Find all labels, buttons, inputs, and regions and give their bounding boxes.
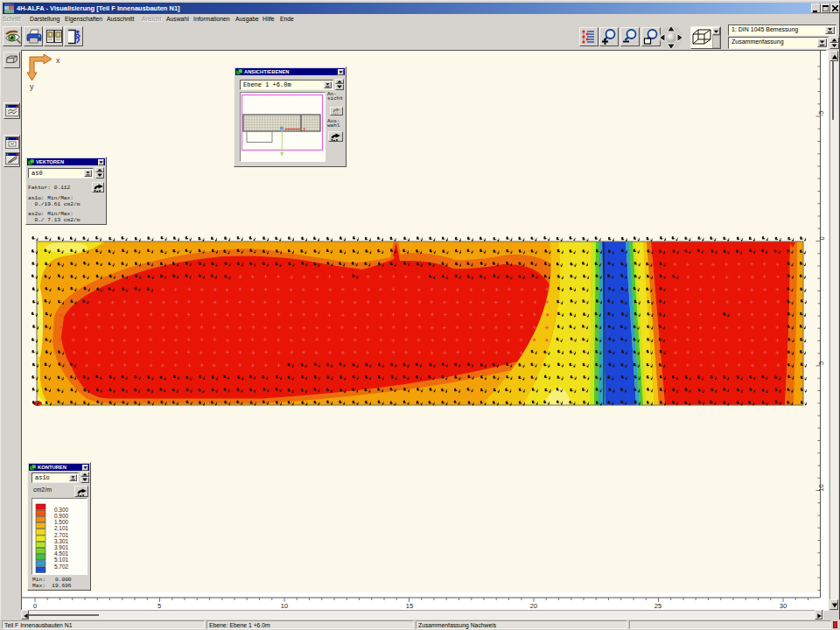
svg-text:0.900: 0.900 <box>54 513 68 519</box>
svg-text:-5: -5 <box>817 111 825 117</box>
svg-text:5: 5 <box>158 602 161 610</box>
svg-text:10: 10 <box>817 484 825 491</box>
svg-text:2.101: 2.101 <box>54 525 68 531</box>
svg-text:0.300: 0.300 <box>54 507 68 513</box>
svg-text:2.701: 2.701 <box>54 532 68 538</box>
svg-text:x: x <box>303 126 306 132</box>
svg-text:5.702: 5.702 <box>54 564 68 570</box>
svg-text:0: 0 <box>33 602 37 610</box>
svg-text:15: 15 <box>406 602 413 610</box>
svg-text:20: 20 <box>530 602 537 610</box>
svg-text:4.501: 4.501 <box>54 550 68 556</box>
svg-text:5.101: 5.101 <box>54 556 68 563</box>
svg-text:1.500: 1.500 <box>54 519 68 525</box>
svg-text:25: 25 <box>654 602 662 610</box>
svg-text:5: 5 <box>817 361 825 365</box>
svg-text:10: 10 <box>281 602 288 610</box>
svg-text:0: 0 <box>818 236 826 240</box>
svg-text:3.301: 3.301 <box>54 538 68 544</box>
svg-text:30: 30 <box>780 602 787 610</box>
svg-text:3.901: 3.901 <box>54 544 68 550</box>
